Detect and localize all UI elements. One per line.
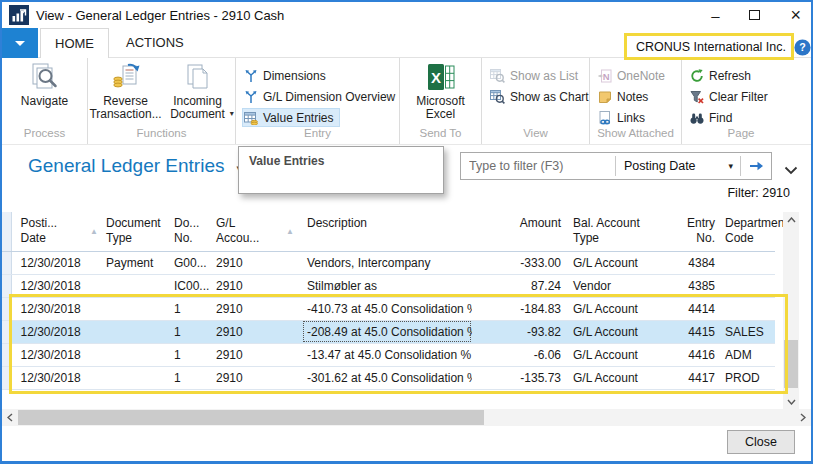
cell-description[interactable]: -410.73 at 45.0 Consolidation % bbox=[302, 297, 472, 320]
refresh-button[interactable]: Refresh bbox=[688, 66, 758, 85]
reverse-transaction-button[interactable]: Reverse Transaction... bbox=[90, 62, 162, 121]
cell-entry-no[interactable]: 4414 bbox=[661, 297, 719, 320]
cell-posting-date[interactable]: 12/30/2018 bbox=[11, 297, 84, 320]
gl-dimension-overview-button[interactable]: G/L Dimension Overview bbox=[242, 87, 402, 106]
vertical-scrollbar[interactable] bbox=[783, 212, 799, 409]
row-selector[interactable] bbox=[2, 251, 11, 274]
cell-entry-no[interactable]: 4416 bbox=[661, 343, 719, 366]
horizontal-scrollbar[interactable] bbox=[2, 409, 811, 426]
cell-bal-account-type[interactable]: G/L Account bbox=[569, 297, 661, 320]
tab-home[interactable]: HOME bbox=[40, 28, 109, 58]
col-bal-account-type[interactable]: Bal. Account Type bbox=[569, 212, 661, 251]
cell-description[interactable]: -301.62 at 45.0 Consolidation % bbox=[302, 366, 472, 389]
cell-posting-date[interactable]: 12/30/2018 bbox=[11, 366, 84, 389]
cell-amount[interactable]: 87.24 bbox=[472, 274, 569, 297]
filter-field-dropdown[interactable]: Posting Date ▾ bbox=[616, 153, 740, 179]
cell-department-code[interactable]: PROD bbox=[719, 366, 775, 389]
cell-document-no[interactable]: G00... bbox=[174, 251, 216, 274]
incoming-document-button[interactable]: Incoming Document▾ bbox=[162, 62, 234, 121]
cell-department-code[interactable]: ADM bbox=[719, 343, 775, 366]
cell-bal-account-type[interactable]: G/L Account bbox=[569, 251, 661, 274]
col-posting-date[interactable]: Posti... Date bbox=[11, 212, 84, 251]
page-title[interactable]: General Ledger Entries ▾ bbox=[28, 155, 241, 177]
vertical-scroll-thumb[interactable] bbox=[784, 340, 798, 388]
cell-gl-account[interactable]: 2910 bbox=[216, 274, 278, 297]
cell-posting-date[interactable]: 12/30/2018 bbox=[11, 343, 84, 366]
filter-go-button[interactable] bbox=[741, 153, 771, 179]
cell-gl-account[interactable]: 2910 bbox=[216, 366, 278, 389]
table-row[interactable]: 12/30/2018 Payment G00... 2910 Vendors, … bbox=[2, 251, 775, 274]
cell-bal-account-type[interactable]: G/L Account bbox=[569, 320, 661, 343]
cell-gl-account[interactable]: 2910 bbox=[216, 251, 278, 274]
cell-amount[interactable]: -135.73 bbox=[472, 366, 569, 389]
cell-document-no[interactable]: 1 bbox=[174, 297, 216, 320]
col-amount[interactable]: Amount bbox=[472, 212, 569, 251]
cell-document-type[interactable] bbox=[104, 343, 174, 366]
scroll-left-icon[interactable] bbox=[2, 409, 18, 426]
filter-input[interactable] bbox=[461, 153, 615, 179]
notes-button[interactable]: Notes bbox=[596, 87, 655, 106]
cell-document-no[interactable]: 1 bbox=[174, 320, 216, 343]
cell-bal-account-type[interactable]: Vendor bbox=[569, 274, 661, 297]
cell-gl-account[interactable]: 2910 bbox=[216, 320, 278, 343]
cell-document-type[interactable] bbox=[104, 320, 174, 343]
cell-department-code[interactable] bbox=[719, 274, 775, 297]
cell-document-no[interactable]: 1 bbox=[174, 366, 216, 389]
row-selector[interactable] bbox=[2, 366, 11, 389]
row-selector[interactable] bbox=[2, 320, 11, 343]
cell-bal-account-type[interactable]: G/L Account bbox=[569, 343, 661, 366]
cell-document-no[interactable]: IC00... bbox=[174, 274, 216, 297]
close-button[interactable]: Close bbox=[727, 430, 795, 454]
cell-entry-no[interactable]: 4415 bbox=[661, 320, 719, 343]
row-selector-header[interactable] bbox=[2, 212, 11, 251]
dimensions-button[interactable]: Dimensions bbox=[242, 66, 333, 85]
cell-description-focused[interactable]: -208.49 at 45.0 Consolidation % bbox=[302, 320, 472, 343]
cell-amount[interactable]: -93.82 bbox=[472, 320, 569, 343]
cell-department-code[interactable] bbox=[719, 251, 775, 274]
company-name[interactable]: CRONUS International Inc. bbox=[636, 40, 786, 54]
cell-entry-no[interactable]: 4384 bbox=[661, 251, 719, 274]
col-document-type[interactable]: Document Type bbox=[104, 212, 174, 251]
cell-posting-date[interactable]: 12/30/2018 bbox=[11, 320, 84, 343]
cell-entry-no[interactable]: 4385 bbox=[661, 274, 719, 297]
clear-filter-button[interactable]: Clear Filter bbox=[688, 87, 775, 106]
scroll-down-icon[interactable] bbox=[783, 394, 799, 409]
table-row-selected[interactable]: 12/30/2018 1 2910 -208.49 at 45.0 Consol… bbox=[2, 320, 775, 343]
col-entry-no[interactable]: Entry No. bbox=[661, 212, 719, 251]
close-icon[interactable]: × bbox=[790, 6, 801, 24]
row-selector[interactable] bbox=[2, 343, 11, 366]
cell-amount[interactable]: -6.06 bbox=[472, 343, 569, 366]
col-gl-account[interactable]: G/L Accou... bbox=[216, 212, 278, 251]
links-button[interactable]: Links bbox=[596, 108, 652, 127]
navigate-button[interactable]: Navigate bbox=[9, 62, 81, 108]
cell-description[interactable]: Vendors, Intercompany bbox=[302, 251, 472, 274]
app-menu-button[interactable] bbox=[2, 28, 38, 58]
cell-document-type[interactable] bbox=[104, 274, 174, 297]
cell-department-code[interactable]: SALES bbox=[719, 320, 775, 343]
row-selector[interactable] bbox=[2, 297, 11, 320]
tab-actions[interactable]: ACTIONS bbox=[112, 28, 198, 58]
value-entries-button[interactable]: Value Entries bbox=[242, 108, 340, 127]
microsoft-excel-button[interactable]: X Microsoft Excel bbox=[405, 62, 477, 121]
horizontal-scroll-thumb[interactable] bbox=[18, 410, 484, 425]
cell-gl-account[interactable]: 2910 bbox=[216, 343, 278, 366]
show-as-chart-button[interactable]: Show as Chart bbox=[488, 87, 596, 106]
table-row[interactable]: 12/30/2018 1 2910 -410.73 at 45.0 Consol… bbox=[2, 297, 775, 320]
col-department-code[interactable]: Department Code bbox=[719, 212, 775, 251]
scroll-right-icon[interactable] bbox=[795, 409, 811, 426]
table-row[interactable]: 12/30/2018 1 2910 -301.62 at 45.0 Consol… bbox=[2, 366, 775, 389]
cell-document-no[interactable]: 1 bbox=[174, 343, 216, 366]
cell-description[interactable]: Stilmøbler as bbox=[302, 274, 472, 297]
collapse-header-chevron-icon[interactable] bbox=[784, 161, 798, 179]
minimize-icon[interactable]: – bbox=[711, 8, 719, 23]
cell-document-type[interactable] bbox=[104, 366, 174, 389]
cell-amount[interactable]: -333.00 bbox=[472, 251, 569, 274]
cell-document-type[interactable]: Payment bbox=[104, 251, 174, 274]
col-description[interactable]: Description bbox=[302, 212, 472, 251]
row-selector[interactable] bbox=[2, 274, 11, 297]
cell-description[interactable]: -13.47 at 45.0 Consolidation % bbox=[302, 343, 472, 366]
cell-department-code[interactable] bbox=[719, 297, 775, 320]
cell-bal-account-type[interactable]: G/L Account bbox=[569, 366, 661, 389]
cell-entry-no[interactable]: 4417 bbox=[661, 366, 719, 389]
table-row[interactable]: 12/30/2018 1 2910 -13.47 at 45.0 Consoli… bbox=[2, 343, 775, 366]
